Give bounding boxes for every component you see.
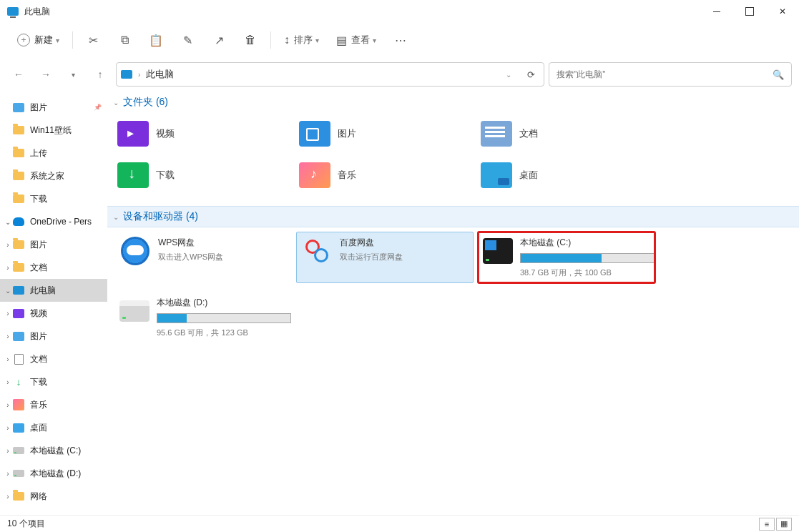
sidebar-item[interactable]: 系统之家	[0, 164, 107, 187]
folder-tile[interactable]: 视频	[114, 117, 293, 150]
expand-arrow[interactable]: ⌄	[3, 287, 13, 295]
folder-tile[interactable]: 下载	[114, 159, 293, 192]
sidebar-label: OneDrive - Pers	[30, 217, 92, 227]
folder-tile[interactable]: 桌面	[478, 159, 657, 192]
sidebar-label: Win11壁纸	[30, 124, 72, 137]
drive-tile[interactable]: 本地磁盘 (C:)38.7 GB 可用，共 100 GB	[478, 232, 655, 283]
sidebar-item[interactable]: ⌄此电脑	[0, 279, 107, 302]
group-header-folders[interactable]: ⌄ 文件夹 (6)	[107, 92, 799, 113]
window-title: 此电脑	[24, 6, 50, 18]
folder-tile[interactable]: 文档	[478, 117, 657, 150]
sidebar-label: 本地磁盘 (D:)	[30, 468, 81, 480]
refresh-button[interactable]: ⟳	[523, 69, 539, 80]
expand-arrow[interactable]: ›	[3, 378, 13, 386]
expand-arrow[interactable]: ›	[3, 424, 13, 432]
expand-arrow[interactable]: ›	[3, 401, 13, 409]
up-button[interactable]: ↑	[89, 63, 112, 86]
doc-icon	[13, 353, 24, 365]
minimize-button[interactable]	[700, 0, 733, 23]
folder-label: 桌面	[519, 169, 538, 182]
app-icon	[7, 7, 19, 16]
details-view-button[interactable]: ≡	[759, 518, 775, 531]
expand-arrow[interactable]: ›	[3, 310, 13, 317]
expand-arrow[interactable]: ›	[3, 264, 13, 272]
sidebar-item[interactable]: ⌄OneDrive - Pers	[0, 210, 107, 233]
sidebar-item[interactable]: ›↓下载	[0, 370, 107, 393]
search-box[interactable]: 🔍	[549, 62, 792, 87]
expand-arrow[interactable]: ›	[3, 355, 13, 363]
onedrive-icon	[13, 216, 24, 227]
share-button[interactable]: ↗	[205, 27, 233, 53]
folder-icon	[299, 121, 330, 147]
forward-button[interactable]: →	[34, 63, 57, 86]
search-input[interactable]	[557, 69, 773, 79]
folder-label: 图片	[338, 127, 356, 140]
sidebar-item[interactable]: ›桌面	[0, 416, 107, 439]
sidebar-item[interactable]: ›图片	[0, 233, 107, 256]
expand-arrow[interactable]: ⌄	[3, 218, 13, 226]
sidebar-item[interactable]: ›本地磁盘 (D:)	[0, 462, 107, 485]
address-bar[interactable]: › 此电脑 ⌄ ⟳	[116, 62, 544, 87]
view-mode-buttons: ≡ ▦	[759, 518, 792, 531]
folder-icon	[13, 193, 24, 205]
folder-label: 文档	[519, 127, 538, 140]
sidebar-item[interactable]: ›音乐	[0, 393, 107, 416]
expand-arrow[interactable]: ›	[3, 470, 13, 478]
sidebar-item[interactable]: ›图片	[0, 325, 107, 348]
more-button[interactable]: ⋯	[386, 27, 415, 53]
folder-tile[interactable]: 音乐	[296, 159, 475, 192]
trash-icon: 🗑	[245, 34, 256, 46]
folder-tile[interactable]: 图片	[296, 117, 475, 150]
copy-button[interactable]: ⧉	[110, 27, 139, 53]
pic-icon	[13, 330, 24, 342]
sidebar-label: 音乐	[30, 399, 47, 411]
sidebar-item[interactable]: Win11壁纸	[0, 119, 107, 142]
new-button[interactable]: + 新建 ▾	[10, 27, 67, 53]
drive-info: 本地磁盘 (D:)95.6 GB 可用，共 123 GB	[157, 297, 291, 338]
sidebar-item[interactable]: ›网络	[0, 485, 107, 508]
sidebar-item[interactable]: 上传	[0, 142, 107, 164]
sidebar: 图片Win11壁纸上传系统之家下载⌄OneDrive - Pers›图片›文档⌄…	[0, 92, 107, 515]
recent-button[interactable]: ▾	[62, 63, 84, 86]
view-button[interactable]: ▤ 查看 ▾	[329, 27, 383, 53]
folder-label: 下载	[156, 169, 175, 182]
sidebar-item[interactable]: ›文档	[0, 348, 107, 370]
delete-button[interactable]: 🗑	[236, 27, 265, 53]
folder-label: 音乐	[338, 169, 356, 182]
sidebar-item[interactable]: ›视频	[0, 302, 107, 325]
folder-icon	[13, 147, 24, 159]
group-header-drives[interactable]: ⌄ 设备和驱动器 (4)	[107, 206, 799, 227]
sidebar-item[interactable]: ›本地磁盘 (C:)	[0, 439, 107, 462]
sort-button[interactable]: ↕ 排序 ▾	[277, 27, 326, 53]
drives-grid: WPS网盘双击进入WPS网盘百度网盘双击运行百度网盘本地磁盘 (C:)38.7 …	[107, 227, 799, 348]
history-dropdown[interactable]: ⌄	[500, 71, 517, 79]
sidebar-item[interactable]: ›文档	[0, 256, 107, 279]
paste-button[interactable]: 📋	[142, 27, 170, 53]
ddrive-icon	[119, 297, 149, 325]
sidebar-item[interactable]: 图片	[0, 96, 107, 119]
drive-title: 百度网盘	[340, 237, 469, 249]
tiles-view-button[interactable]: ▦	[776, 518, 792, 531]
close-button[interactable]	[766, 0, 799, 23]
breadcrumb-item[interactable]: 此电脑	[146, 68, 174, 81]
sidebar-label: 系统之家	[30, 170, 64, 182]
folder-icon	[13, 491, 24, 502]
cut-button[interactable]: ✂	[79, 27, 107, 53]
back-button[interactable]: ←	[7, 63, 30, 86]
expand-arrow[interactable]: ›	[3, 493, 13, 501]
sidebar-item[interactable]: 下载	[0, 187, 107, 210]
drive-tile[interactable]: 百度网盘双击运行百度网盘	[296, 232, 474, 283]
drive-tile[interactable]: WPS网盘双击进入WPS网盘	[114, 232, 292, 283]
drive-subtitle: 双击运行百度网盘	[340, 252, 469, 262]
disk-icon	[13, 468, 24, 479]
maximize-button[interactable]	[733, 0, 766, 23]
expand-arrow[interactable]: ›	[3, 241, 13, 249]
drive-tile[interactable]: 本地磁盘 (D:)95.6 GB 可用，共 123 GB	[114, 292, 292, 343]
rename-button[interactable]: ✎	[173, 27, 202, 53]
expand-arrow[interactable]: ›	[3, 332, 13, 340]
expand-arrow[interactable]: ›	[3, 447, 13, 455]
title-bar: 此电脑	[0, 0, 799, 23]
capacity-bar	[157, 313, 291, 323]
folder-icon	[117, 121, 149, 147]
chevron-down-icon: ▾	[315, 36, 319, 44]
